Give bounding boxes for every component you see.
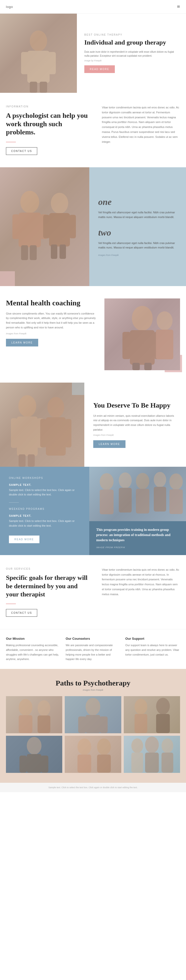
svg-rect-17 [59, 245, 66, 259]
mental-credit: Images from Freepik [6, 332, 97, 335]
svg-rect-61 [41, 756, 48, 773]
svg-rect-53 [100, 716, 108, 733]
svg-rect-41 [136, 489, 149, 514]
hero-read-more-button[interactable]: READ MORE [84, 65, 115, 73]
mission-card-2-title: Our Counselors [66, 637, 120, 641]
svg-point-70 [162, 738, 173, 753]
split-section: one Vel fringilla est ullamcorper eget n… [0, 167, 186, 286]
hamburger-icon[interactable]: ≡ [177, 3, 180, 10]
mission-card-3-text: Our support team is always here to answe… [125, 643, 180, 657]
svg-rect-45 [169, 489, 183, 514]
psych-left: INFORMATION A psychologist can help you … [6, 105, 92, 155]
svg-point-68 [145, 737, 159, 753]
workshops-image [89, 467, 186, 521]
svg-rect-4 [30, 82, 37, 93]
footer: Sample text. Click to select the text bo… [0, 783, 186, 792]
psych-right: Vitae tortor condimentum lacinia quis ve… [102, 105, 180, 144]
svg-rect-57 [156, 714, 170, 733]
svg-rect-2 [21, 52, 29, 74]
svg-point-42 [154, 472, 166, 487]
svg-rect-59 [27, 754, 42, 773]
psychologist-section: INFORMATION A psychologist can help you … [0, 93, 186, 167]
mental-image [104, 299, 180, 370]
hero-text: Duis aute irure dolor in reprehenderit i… [84, 50, 178, 58]
svg-rect-30 [19, 454, 26, 467]
logo: logo [6, 5, 13, 9]
svg-point-24 [157, 311, 172, 330]
paths-img-5 [65, 736, 121, 773]
svg-rect-65 [97, 754, 111, 773]
svg-rect-39 [119, 488, 132, 512]
happy-content: You Deserve To Be Happy Ut enim ad minim… [84, 383, 186, 467]
mental-right [104, 299, 180, 370]
split-content: one Vel fringilla est ullamcorper eget n… [89, 167, 186, 286]
svg-rect-7 [19, 213, 41, 247]
psych-label: INFORMATION [6, 105, 92, 108]
hero-image-credit: Image by Freepik [84, 59, 178, 62]
svg-point-64 [97, 738, 111, 755]
mission-card-2: Our Counselors We are passionate and com… [66, 637, 120, 662]
svg-rect-11 [30, 245, 37, 260]
svg-point-46 [19, 699, 32, 716]
svg-point-40 [136, 473, 149, 489]
happy-learn-more-button[interactable]: LEARN MORE [93, 440, 125, 448]
weekend-text: Sample text. Click to select the text bo… [9, 519, 80, 528]
workshops-read-more-button[interactable]: READ MORE [9, 536, 39, 543]
paths-img-1 [6, 696, 62, 733]
hero-title: Individual and group therapy [84, 38, 178, 46]
workshops-right: This program provides training in modern… [89, 467, 186, 555]
online-workshops-label: ONLINE WORKSHOPS [9, 477, 80, 479]
svg-rect-20 [122, 332, 130, 359]
svg-rect-25 [156, 329, 173, 360]
svg-rect-60 [19, 756, 27, 773]
svg-rect-31 [28, 454, 35, 467]
svg-point-36 [100, 473, 114, 490]
weekend-workshop-item: Sample text. Sample text. Click to selec… [9, 514, 80, 528]
workshops-left: ONLINE WORKSHOPS Sample text. Sample tex… [0, 467, 89, 555]
svg-rect-35 [65, 419, 71, 447]
goals-title: Specific goals for therapy will be deter… [6, 574, 92, 599]
svg-rect-51 [85, 715, 100, 733]
workshops-desc: This program provides training in modern… [89, 521, 186, 555]
mission-section: Our Mission Making professional counseli… [0, 629, 186, 669]
workshops-img-credit: IMAGE FROM FREEPIK [96, 546, 125, 549]
hero-section: BEST ONLINE THERAPY Individual and group… [0, 14, 186, 93]
goals-text: Vitae tortor condimentum lacinia quis ve… [102, 568, 180, 597]
svg-rect-28 [11, 418, 18, 448]
svg-point-48 [38, 700, 50, 716]
svg-rect-14 [43, 215, 50, 238]
svg-point-38 [119, 473, 132, 488]
svg-point-44 [169, 473, 183, 490]
psych-contact-button[interactable]: CONTACT US [6, 147, 37, 155]
mission-card-1-text: Making professional counseling accessibl… [6, 643, 61, 662]
mental-learn-more-button[interactable]: LEARN MORE [6, 339, 38, 347]
mental-left: Mental health coaching Give sincere comp… [6, 299, 97, 347]
paths-credit: Images from Freepik [6, 689, 180, 691]
svg-point-12 [51, 193, 68, 213]
paths-img-6 [124, 736, 180, 773]
svg-rect-34 [40, 419, 46, 447]
happy-credit: Images from Freepik [93, 434, 177, 436]
svg-rect-23 [144, 363, 152, 370]
happy-text: Ut enim ad minim veniam, quis nostrud ex… [93, 414, 177, 432]
psych-title: A psychologist can help you work through… [6, 111, 92, 136]
svg-point-50 [85, 698, 100, 716]
split-num2-text: Vel fringilla est ullamcorper eget nulla… [98, 241, 177, 250]
svg-point-62 [78, 738, 91, 755]
split-image-credit: Images from Freepik [98, 254, 177, 256]
workshops-section: ONLINE WORKSHOPS Sample text. Sample tex… [0, 467, 186, 555]
svg-rect-52 [79, 716, 86, 733]
svg-point-54 [135, 699, 147, 714]
psych-text: Vitae tortor condimentum lacinia quis ve… [102, 105, 180, 144]
svg-rect-27 [17, 417, 38, 456]
svg-point-66 [131, 738, 143, 753]
mission-card-3-title: Our Support [125, 637, 180, 641]
svg-point-6 [20, 191, 39, 213]
svg-rect-49 [38, 716, 50, 733]
happy-section: You Deserve To Be Happy Ut enim ad minim… [0, 383, 186, 467]
online-workshop-item: Sample text. Sample text. Click to selec… [9, 483, 80, 497]
split-num1-title: one [98, 197, 177, 207]
svg-rect-16 [51, 245, 57, 259]
goals-contact-button[interactable]: CONTACT US [6, 609, 37, 617]
svg-rect-10 [21, 245, 28, 260]
